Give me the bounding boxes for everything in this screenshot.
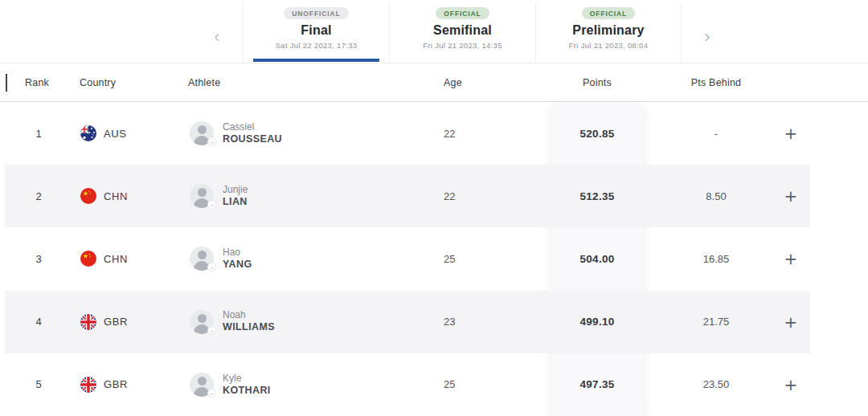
country-cell: CHN [80, 227, 128, 290]
athlete-last-name: WILLIAMS [223, 321, 275, 334]
athlete-first-name: Cassiel [223, 121, 282, 133]
status-badge: OFFICIAL [582, 7, 635, 19]
pts-behind-value: 8.50 [678, 165, 755, 227]
column-header-country: Country [80, 63, 116, 102]
expand-row-button[interactable]: + [776, 227, 805, 290]
column-header-age: Age [444, 63, 462, 102]
athlete-avatar[interactable] [190, 121, 214, 145]
athlete-avatar[interactable] [190, 184, 214, 208]
athlete-avatar[interactable] [190, 247, 214, 271]
column-header-athlete: Athlete [188, 63, 220, 102]
athlete-last-name: KOTHARI [223, 385, 271, 398]
country-code: CHN [104, 190, 128, 202]
athlete-avatar[interactable] [190, 310, 214, 334]
pts-behind-value: 16.85 [678, 227, 755, 290]
athlete-link-arrow-icon [207, 200, 216, 209]
athlete-cell[interactable]: KyleKOTHARI [190, 353, 271, 416]
active-tab-indicator [253, 59, 379, 62]
expand-row-button[interactable]: + [776, 102, 805, 165]
athlete-cell[interactable]: CassielROUSSEAU [190, 102, 282, 165]
athlete-link-arrow-icon [207, 263, 216, 271]
flag-chn-icon [80, 188, 96, 204]
table-row: 2 CHN JunjieLIAN 22 512.35 8.50 + [0, 165, 868, 227]
age-value: 25 [444, 353, 455, 416]
rank-value: 2 [23, 165, 55, 227]
athlete-last-name: YANG [223, 259, 252, 271]
athlete-last-name: LIAN [223, 196, 248, 209]
tab-final[interactable]: UNOFFICIAL Final Sat Jul 22 2023, 17:33 [243, 3, 389, 63]
status-badge: UNOFFICIAL [284, 7, 348, 19]
tab-title: Preliminary [572, 23, 644, 38]
column-header-pts-behind: Pts Behind [678, 63, 755, 102]
rank-value: 4 [23, 291, 55, 353]
age-value: 23 [444, 291, 455, 353]
tab-semifinal[interactable]: OFFICIAL Semifinal Fri Jul 21 2023, 14:3… [389, 3, 535, 63]
athlete-first-name: Kyle [223, 373, 271, 385]
results-widget: ‹ UNOFFICIAL Final Sat Jul 22 2023, 17:3… [0, 0, 868, 416]
expand-row-button[interactable]: + [776, 165, 805, 227]
tab-date: Fri Jul 21 2023, 08:04 [569, 41, 649, 50]
tab-date: Sat Jul 22 2023, 17:33 [276, 41, 358, 50]
athlete-first-name: Junjie [223, 184, 248, 196]
rank-value: 3 [23, 227, 55, 290]
flag-gbr-icon [80, 314, 96, 330]
results-table-body: 1 AUS CassielROUSSEAU 22 520.85 - [0, 102, 868, 416]
points-value: 512.35 [551, 165, 643, 227]
table-row: 3 CHN HaoYANG 25 504.00 16.85 + [0, 227, 868, 290]
athlete-first-name: Noah [223, 309, 275, 321]
athlete-cell[interactable]: HaoYANG [190, 227, 252, 290]
athlete-link-arrow-icon [207, 389, 216, 398]
country-code: GBR [104, 316, 128, 328]
pts-behind-value: 23.50 [678, 353, 755, 416]
points-value: 497.35 [551, 353, 643, 416]
athlete-cell[interactable]: NoahWILLIAMS [190, 291, 275, 353]
column-header-points: Points [551, 63, 643, 102]
country-code: CHN [104, 253, 128, 265]
age-value: 22 [444, 102, 455, 165]
pts-behind-value: - [678, 102, 755, 165]
status-badge: OFFICIAL [436, 7, 489, 19]
flag-aus-icon [80, 125, 96, 141]
flag-gbr-icon [80, 377, 96, 393]
pts-behind-value: 21.75 [678, 291, 755, 353]
table-header: Rank Country Athlete Age Points Pts Behi… [0, 63, 868, 102]
flag-chn-icon [80, 251, 96, 267]
tab-title: Final [301, 23, 331, 38]
country-cell: GBR [80, 353, 128, 416]
tab-title: Semifinal [433, 23, 492, 38]
session-tabs: UNOFFICIAL Final Sat Jul 22 2023, 17:33 … [243, 3, 682, 63]
rank-value: 5 [23, 353, 55, 416]
country-cell: AUS [80, 102, 127, 165]
table-row: 1 AUS CassielROUSSEAU 22 520.85 - [0, 102, 868, 165]
country-cell: GBR [80, 291, 128, 353]
age-value: 22 [444, 165, 455, 227]
athlete-avatar[interactable] [190, 373, 214, 397]
athlete-last-name: ROUSSEAU [223, 133, 282, 146]
tab-date: Fri Jul 21 2023, 14:35 [423, 41, 502, 50]
expand-row-button[interactable]: + [776, 291, 805, 353]
table-row: 5 GBR KyleKOTHARI 25 497.35 23.50 + [0, 353, 868, 416]
column-header-rank: Rank [25, 63, 49, 102]
points-value: 499.10 [551, 291, 643, 353]
tab-preliminary[interactable]: OFFICIAL Preliminary Fri Jul 21 2023, 08… [535, 3, 682, 63]
session-tab-strip: ‹ UNOFFICIAL Final Sat Jul 22 2023, 17:3… [0, 3, 868, 63]
points-value: 520.85 [551, 102, 643, 165]
expand-row-button[interactable]: + [776, 353, 805, 416]
country-code: AUS [104, 128, 127, 140]
points-value: 504.00 [551, 227, 643, 290]
athlete-link-arrow-icon [207, 326, 216, 335]
age-value: 25 [444, 227, 455, 290]
country-code: GBR [104, 378, 128, 390]
athlete-link-arrow-icon [207, 137, 216, 146]
country-cell: CHN [80, 165, 128, 227]
athlete-cell[interactable]: JunjieLIAN [190, 165, 248, 227]
rank-value: 1 [23, 102, 55, 165]
table-row: 4 GBR NoahWILLIAMS 23 499.10 21.75 + [0, 291, 868, 353]
previous-sessions-chevron-icon[interactable]: ‹ [207, 26, 227, 48]
next-sessions-chevron-icon[interactable]: › [698, 26, 717, 48]
athlete-first-name: Hao [223, 247, 252, 259]
text-cursor-bar [6, 74, 7, 92]
